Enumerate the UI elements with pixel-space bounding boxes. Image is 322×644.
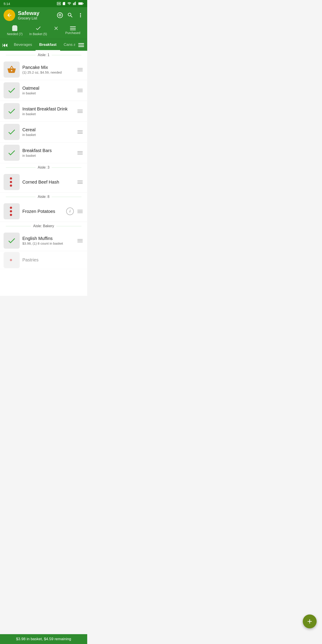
item-name: Pancake Mix (22, 65, 74, 70)
tab-cans[interactable]: Cans and Ja (60, 39, 75, 51)
item-icon-in-basket (4, 232, 20, 249)
aisle-bakery-divider: Aisle: Bakery (0, 222, 87, 230)
drag-handle[interactable] (76, 109, 84, 114)
item-name: Corned Beef Hash (22, 180, 74, 185)
purchased-icon (70, 26, 76, 30)
item-icon-list (4, 252, 20, 268)
svg-rect-4 (79, 3, 82, 5)
wifi-icon (67, 2, 72, 6)
item-icon-in-basket (4, 82, 20, 98)
list-item[interactable]: Instant Breakfast Drink in basket (0, 101, 87, 122)
category-menu-button[interactable] (75, 39, 87, 51)
item-details: English Muffins $3.98, (1) 8 count in ba… (22, 236, 74, 245)
info-button[interactable]: i (66, 208, 74, 215)
item-sub: in basket (22, 133, 74, 137)
drag-handle[interactable] (76, 180, 84, 185)
category-tabs: Beverages Breakfast Cans and Ja (10, 39, 75, 51)
battery-icon (78, 2, 84, 5)
item-icon-list (4, 174, 20, 190)
svg-rect-3 (83, 3, 84, 4)
item-details: Frozen Potatoes (22, 209, 64, 214)
item-actions: i (66, 208, 84, 215)
item-icon-needed (4, 62, 20, 78)
item-sub: $3.98, (1) 8 count in basket (22, 242, 74, 245)
list-item[interactable]: Oatmeal in basket (0, 80, 87, 101)
filter-icon[interactable] (57, 12, 63, 18)
item-sub: in basket (22, 112, 74, 116)
drag-handle[interactable] (76, 88, 84, 93)
list-icon-grid (8, 176, 15, 188)
list-item[interactable]: Pancake Mix (1) 25.2 oz, $4.59, needed (0, 59, 87, 80)
app-header: Safeway Grocery List (0, 7, 87, 23)
search-icon[interactable] (67, 12, 73, 18)
filter-purchased[interactable]: Purchased (65, 26, 80, 35)
signal-icon (73, 2, 77, 6)
drag-handle[interactable] (76, 130, 84, 134)
item-details: Corned Beef Hash (22, 180, 74, 185)
item-icon-in-basket (4, 145, 20, 161)
item-name: Oatmeal (22, 86, 74, 91)
content-area: Aisle: 1 Pancake Mix (1) 25.2 oz, $4.59,… (0, 51, 87, 296)
drag-handle[interactable] (76, 150, 84, 156)
list-item[interactable]: Breakfast Bars in basket (0, 142, 87, 163)
bottom-status-bar: $3.98 in basket, $4.59 remaining (0, 634, 87, 644)
filter-bar: Needed (7) In Basket (5) ✕ Purchased (0, 23, 87, 39)
aisle-3-divider: Aisle: 3 (0, 163, 87, 172)
list-item[interactable]: Frozen Potatoes i (0, 201, 87, 222)
category-bar: ⏮ Beverages Breakfast Cans and Ja (0, 39, 87, 51)
hamburger-icon (78, 43, 84, 47)
item-name: Breakfast Bars (22, 148, 74, 153)
item-icon-in-basket (4, 124, 20, 140)
aisle-1-divider: Aisle: 1 (0, 51, 87, 59)
status-bar: 5:14 (0, 0, 87, 7)
item-icon-list (4, 203, 20, 219)
list-item[interactable]: Corned Beef Hash (0, 172, 87, 192)
item-icon-in-basket (4, 103, 20, 119)
tab-breakfast[interactable]: Breakfast (36, 39, 60, 51)
sim-icon (57, 2, 61, 6)
item-name: Cereal (22, 127, 74, 132)
purchased-label: Purchased (65, 31, 80, 35)
item-details: Pastries (22, 258, 84, 262)
in-basket-label: In Basket (5) (29, 32, 47, 36)
item-name: English Muffins (22, 236, 74, 241)
aisle-8-divider: Aisle: 8 (0, 192, 87, 201)
item-details: Breakfast Bars in basket (22, 148, 74, 158)
list-item[interactable]: Cereal in basket (0, 122, 87, 142)
item-name: Instant Breakfast Drink (22, 106, 74, 112)
status-icons (57, 2, 84, 6)
item-sub: in basket (22, 91, 74, 95)
item-details: Pancake Mix (1) 25.2 oz, $4.59, needed (22, 65, 74, 74)
back-button[interactable] (4, 10, 15, 21)
header-actions (57, 12, 84, 18)
list-icon-grid (8, 205, 15, 218)
tab-beverages[interactable]: Beverages (10, 39, 36, 51)
list-icon-grid (8, 257, 15, 263)
item-details: Oatmeal in basket (22, 86, 74, 95)
first-category-button[interactable]: ⏮ (0, 39, 10, 51)
status-time: 5:14 (4, 2, 10, 6)
svg-rect-0 (58, 3, 58, 4)
bottom-status-text: $3.98 in basket, $4.59 remaining (16, 637, 71, 641)
item-name: Frozen Potatoes (22, 209, 64, 214)
drag-handle[interactable] (76, 238, 84, 243)
needed-label: Needed (7) (7, 32, 22, 36)
svg-rect-1 (59, 3, 60, 4)
list-name: Grocery List (18, 16, 54, 20)
filter-needed[interactable]: Needed (7) (7, 25, 22, 36)
item-details: Cereal in basket (22, 127, 74, 137)
filter-in-basket[interactable]: In Basket (5) (29, 25, 47, 36)
item-sub: (1) 25.2 oz, $4.59, needed (22, 70, 74, 74)
store-name: Safeway (18, 10, 54, 16)
more-options-icon[interactable] (77, 12, 84, 18)
list-item[interactable]: English Muffins $3.98, (1) 8 count in ba… (0, 230, 87, 251)
item-sub: in basket (22, 154, 74, 158)
item-details: Instant Breakfast Drink in basket (22, 106, 74, 116)
storage-icon (62, 2, 66, 6)
x-separator: ✕ (54, 25, 58, 32)
header-title: Safeway Grocery List (18, 10, 54, 20)
item-name: Pastries (22, 258, 84, 262)
drag-handle[interactable] (76, 209, 84, 214)
list-item[interactable]: Pastries (0, 251, 87, 269)
drag-handle[interactable] (76, 67, 84, 72)
